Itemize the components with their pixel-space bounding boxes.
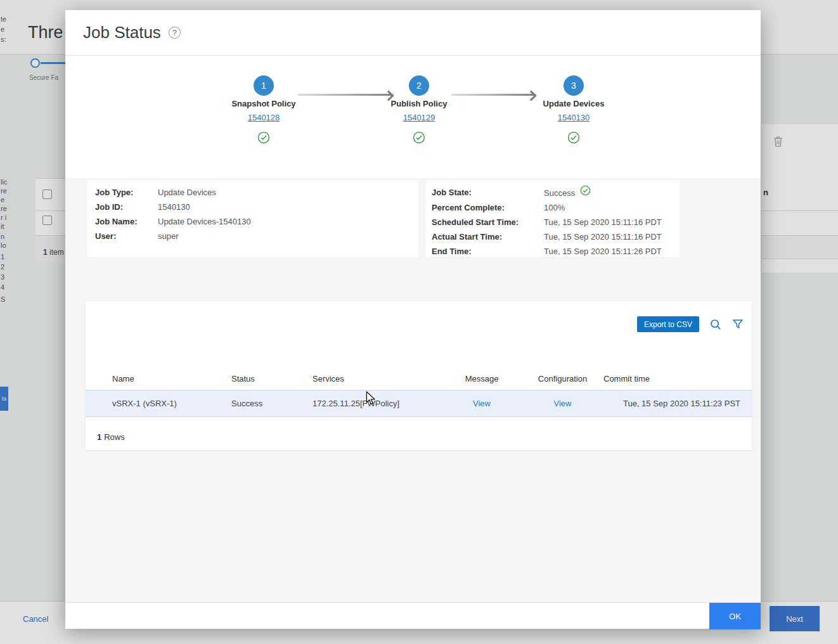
cell-status: Success — [231, 399, 313, 408]
detail-value: Update Devices-1540130 — [158, 214, 251, 229]
detail-value: Tue, 15 Sep 2020 15:11:26 PDT — [544, 244, 662, 259]
step-label: Snapshot Policy — [210, 99, 318, 108]
detail-value: 1540130 — [158, 200, 190, 214]
table-header-row: Name Status Services Message Configurati… — [86, 367, 752, 390]
row-count: 1Rows — [97, 425, 125, 449]
ok-button[interactable]: OK — [709, 603, 761, 629]
job-id-link[interactable]: 1540129 — [403, 113, 435, 122]
detail-row: Percent Complete: 100% — [426, 200, 680, 215]
step-success-check-icon — [520, 131, 628, 146]
step-snapshot-policy: 1 Snapshot Policy 1540128 — [210, 56, 318, 146]
step-success-check-icon — [365, 131, 473, 146]
help-icon[interactable]: ? — [169, 27, 181, 39]
job-state-text: Success — [544, 186, 575, 200]
job-id-link[interactable]: 1540130 — [558, 113, 590, 122]
detail-label: End Time: — [426, 244, 544, 259]
step-publish-policy: 2 Publish Policy 1540129 — [365, 56, 473, 146]
column-header-status[interactable]: Status — [231, 374, 313, 383]
detail-label: Percent Complete: — [426, 200, 544, 215]
detail-value: 100% — [544, 200, 565, 215]
dialog-title: Job Status — [83, 23, 161, 42]
success-check-icon — [580, 185, 591, 200]
cell-services: 172.25.11.25[FWPolicy] — [313, 399, 442, 408]
device-results-card: Export to CSV Name Status Services Messa… — [86, 301, 752, 450]
detail-row: Job Name: Update Devices-1540130 — [87, 214, 418, 229]
step-update-devices: 3 Update Devices 1540130 — [520, 56, 628, 146]
detail-label: Job Name: — [87, 214, 158, 229]
detail-value: Tue, 15 Sep 2020 15:11:16 PDT — [544, 229, 662, 244]
detail-label: Job Type: — [87, 185, 158, 200]
cell-device-name: vSRX-1 (vSRX-1) — [86, 399, 231, 408]
detail-row: User: super — [87, 229, 418, 243]
step-success-check-icon — [210, 131, 318, 146]
detail-label: Job ID: — [87, 200, 158, 214]
row-count-word: Rows — [104, 432, 125, 442]
column-header-configuration[interactable]: Configuration — [522, 374, 603, 383]
job-status-dialog: Job Status ? 1 Snapshot Policy 1540128 2… — [65, 10, 761, 629]
detail-row: Job State: Success — [426, 185, 680, 200]
job-stepper: 1 Snapshot Policy 1540128 2 Publish Poli… — [65, 56, 761, 178]
step-label: Publish Policy — [365, 99, 473, 108]
column-header-name[interactable]: Name — [86, 374, 231, 383]
detail-row: Job Type: Update Devices — [87, 185, 418, 200]
detail-value: Success — [544, 185, 591, 200]
dialog-header: Job Status ? — [65, 10, 761, 56]
detail-value: super — [158, 229, 179, 243]
dialog-footer: OK — [65, 602, 761, 629]
row-count-number: 1 — [97, 432, 101, 442]
column-header-message[interactable]: Message — [442, 374, 522, 383]
mouse-cursor — [364, 391, 377, 408]
job-info-panel: Job Type: Update Devices Job ID: 1540130… — [87, 181, 418, 257]
detail-label: User: — [87, 229, 158, 243]
detail-value: Tue, 15 Sep 2020 15:11:16 PDT — [544, 215, 662, 229]
column-header-commit-time[interactable]: Commit time — [603, 374, 752, 383]
detail-row: Scheduled Start Time: Tue, 15 Sep 2020 1… — [426, 215, 680, 229]
step-number-badge: 1 — [254, 75, 274, 96]
job-state-panel: Job State: Success Percent Complete: 100… — [426, 181, 680, 257]
detail-value: Update Devices — [158, 185, 216, 200]
table-row[interactable]: vSRX-1 (vSRX-1) Success 172.25.11.25[FWP… — [86, 390, 752, 417]
dialog-body: 1 Snapshot Policy 1540128 2 Publish Poli… — [65, 56, 761, 602]
detail-row: Actual Start Time: Tue, 15 Sep 2020 15:1… — [426, 229, 680, 244]
detail-label: Scheduled Start Time: — [426, 215, 544, 229]
column-header-services[interactable]: Services — [313, 374, 442, 383]
job-id-link[interactable]: 1540128 — [248, 113, 280, 122]
message-view-link[interactable]: View — [473, 399, 491, 408]
step-number-badge: 2 — [409, 75, 429, 96]
export-to-csv-button[interactable]: Export to CSV — [637, 316, 699, 332]
detail-row: Job ID: 1540130 — [87, 200, 418, 214]
detail-label: Actual Start Time: — [426, 229, 544, 244]
detail-row: End Time: Tue, 15 Sep 2020 15:11:26 PDT — [426, 244, 680, 259]
configuration-view-link[interactable]: View — [554, 399, 572, 408]
step-label: Update Devices — [520, 99, 628, 108]
detail-label: Job State: — [426, 185, 544, 200]
cell-commit-time: Tue, 15 Sep 2020 15:11:23 PST — [603, 399, 752, 408]
step-number-badge: 3 — [564, 75, 584, 96]
filter-icon[interactable] — [732, 318, 744, 330]
search-icon[interactable] — [709, 318, 722, 331]
table-toolbar: Export to CSV — [637, 316, 744, 332]
